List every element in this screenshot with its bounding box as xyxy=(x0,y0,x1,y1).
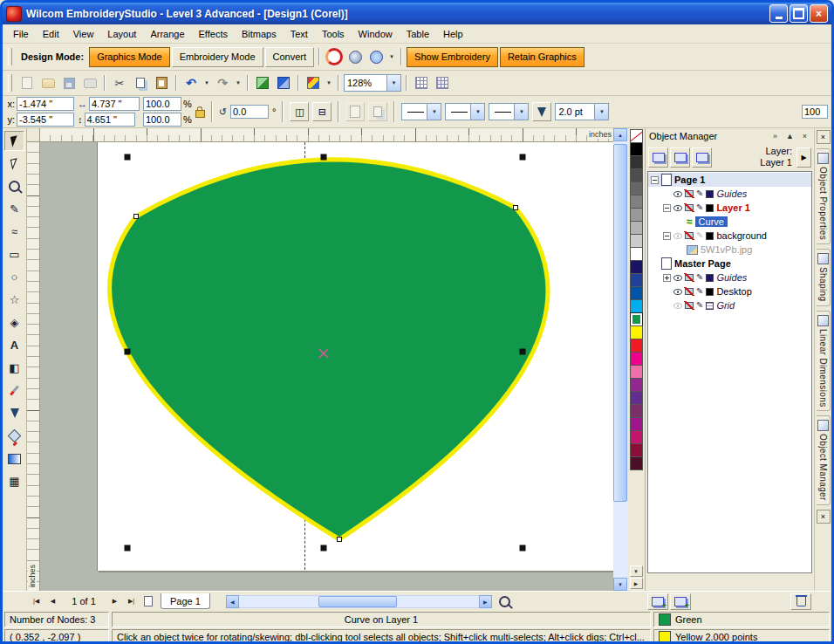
palette-swatch[interactable] xyxy=(630,378,643,392)
application-launcher-button[interactable] xyxy=(304,73,323,92)
palette-swatch[interactable] xyxy=(630,168,643,182)
export-button[interactable] xyxy=(274,73,293,92)
docker-collapse-icon[interactable]: ▲ xyxy=(784,130,796,141)
tree-label[interactable]: Desktop xyxy=(716,286,751,297)
palette-swatch[interactable] xyxy=(630,430,643,444)
palette-swatch[interactable] xyxy=(630,234,643,248)
page-tab[interactable]: Page 1 xyxy=(161,593,210,609)
outline-pen-tool[interactable] xyxy=(4,403,24,423)
guidelines-toggle-button[interactable] xyxy=(433,73,452,92)
basic-shapes-tool[interactable]: ◈ xyxy=(4,312,24,332)
printer-icon[interactable] xyxy=(685,204,694,211)
mirror-horizontal-button[interactable]: ◫ xyxy=(290,102,309,121)
last-page-button[interactable]: ▶| xyxy=(124,594,139,608)
menu-text[interactable]: Text xyxy=(284,27,315,41)
scroll-right-button[interactable]: ▶ xyxy=(479,595,492,608)
tree-label[interactable]: Grid xyxy=(716,300,735,311)
palette-swatch[interactable] xyxy=(630,260,643,274)
tree-label[interactable]: Layer 1 xyxy=(716,202,750,213)
toolbar-grip[interactable] xyxy=(8,74,12,91)
pick-tool[interactable] xyxy=(4,131,24,151)
printer-icon[interactable] xyxy=(685,190,694,197)
scale-x-input[interactable]: 100.0 xyxy=(143,97,181,111)
grid-toggle-button[interactable] xyxy=(412,73,431,92)
graphics-mode-button[interactable]: Graphics Mode xyxy=(89,47,170,67)
menu-window[interactable]: Window xyxy=(352,27,400,41)
start-arrowhead-combo[interactable]: ▼ xyxy=(401,103,441,120)
palette-swatch[interactable] xyxy=(630,365,643,379)
docker-close-icon[interactable]: × xyxy=(799,130,810,141)
undo-dropdown[interactable]: ▼ xyxy=(202,73,211,92)
dropdown-icon[interactable]: ▼ xyxy=(470,104,484,120)
pencil-icon[interactable] xyxy=(696,231,703,240)
zoom-dropdown-icon[interactable]: ▼ xyxy=(386,75,400,91)
open-button[interactable] xyxy=(38,73,58,92)
edit-across-layers-button[interactable] xyxy=(670,147,690,168)
new-master-layer-button[interactable] xyxy=(670,593,691,610)
palette-swatch[interactable] xyxy=(630,273,643,287)
tree-item-page-1[interactable]: Page 1 xyxy=(648,173,811,187)
new-document-button[interactable] xyxy=(17,73,37,92)
docker-strip-close-icon[interactable]: × xyxy=(817,130,831,144)
interactive-fill-tool[interactable] xyxy=(4,449,24,469)
palette-swatch[interactable] xyxy=(630,195,643,209)
palette-scroll-down-button[interactable]: ▼ xyxy=(630,565,643,577)
layer-flyout-button[interactable]: ▶ xyxy=(796,147,811,168)
menu-arrange[interactable]: Arrange xyxy=(143,27,191,41)
expander-icon[interactable] xyxy=(663,204,671,212)
palette-swatch[interactable] xyxy=(630,182,643,195)
tree-label[interactable]: Guides xyxy=(716,188,747,199)
menu-file[interactable]: File xyxy=(6,27,36,41)
maximize-button[interactable] xyxy=(790,4,808,23)
ellipse-tool[interactable]: ○ xyxy=(4,267,24,287)
retain-graphics-button[interactable]: Retain Graphics xyxy=(500,47,584,67)
thread-icon-button[interactable] xyxy=(345,47,365,66)
pencil-icon[interactable] xyxy=(696,203,703,212)
menu-effects[interactable]: Effects xyxy=(192,27,235,41)
delete-layer-button[interactable] xyxy=(790,593,811,610)
eye-icon[interactable] xyxy=(673,275,682,281)
y-position-input[interactable]: -3.545 " xyxy=(17,113,74,127)
pencil-icon[interactable] xyxy=(696,273,703,282)
tree-label[interactable]: Master Page xyxy=(674,258,731,269)
outline-width-combo[interactable]: 2.0 pt ▼ xyxy=(555,103,609,120)
lock-ratio-icon[interactable] xyxy=(195,110,205,118)
printer-icon[interactable] xyxy=(685,288,694,295)
show-embroidery-button[interactable]: Show Embroidery xyxy=(407,47,498,67)
x-position-input[interactable]: -1.474 " xyxy=(17,97,74,111)
menu-table[interactable]: Table xyxy=(400,27,436,41)
print-button[interactable] xyxy=(80,73,99,92)
eye-icon[interactable] xyxy=(673,289,682,295)
expander-icon[interactable] xyxy=(663,274,671,282)
vertical-scrollbar[interactable]: ▲ ▼ xyxy=(613,128,627,591)
pencil-icon[interactable] xyxy=(696,301,703,310)
line-style-combo[interactable]: ▼ xyxy=(445,103,485,120)
palette-swatch[interactable] xyxy=(630,286,643,300)
new-layer-button[interactable] xyxy=(647,593,668,610)
undo-button[interactable]: ↶ xyxy=(181,73,201,92)
palette-swatch[interactable] xyxy=(630,142,643,156)
first-page-button[interactable]: |◀ xyxy=(29,594,44,608)
tab-linear-dimensions[interactable]: Linear Dimensions xyxy=(817,311,831,412)
docker-close-icon[interactable]: × xyxy=(817,510,831,524)
tree-item-desktop[interactable]: Desktop xyxy=(648,284,811,298)
shape-tool[interactable] xyxy=(4,154,24,174)
hoop-icon-button[interactable] xyxy=(366,47,386,66)
scroll-down-button[interactable]: ▼ xyxy=(613,578,627,591)
palette-swatch[interactable] xyxy=(630,312,643,326)
palette-swatch[interactable] xyxy=(630,456,643,470)
stitch-icon-button[interactable] xyxy=(325,47,344,66)
dropdown-icon[interactable]: ▼ xyxy=(427,104,441,120)
rotation-input[interactable]: 0.0 xyxy=(230,105,269,119)
eye-icon[interactable] xyxy=(673,233,682,239)
show-object-properties-button[interactable] xyxy=(648,147,668,168)
tree-item-background[interactable]: background xyxy=(648,229,811,243)
toolbar-grip[interactable] xyxy=(8,48,12,65)
close-button[interactable]: × xyxy=(810,4,828,23)
tree-item-image[interactable]: 5W1vPb.jpg xyxy=(648,243,811,257)
menu-tools[interactable]: Tools xyxy=(315,27,352,41)
menu-edit[interactable]: Edit xyxy=(36,27,66,41)
fill-color-swatch[interactable] xyxy=(659,613,671,626)
mirror-vertical-button[interactable]: ⊟ xyxy=(312,102,332,121)
tree-item-grid[interactable]: Grid xyxy=(648,298,811,312)
